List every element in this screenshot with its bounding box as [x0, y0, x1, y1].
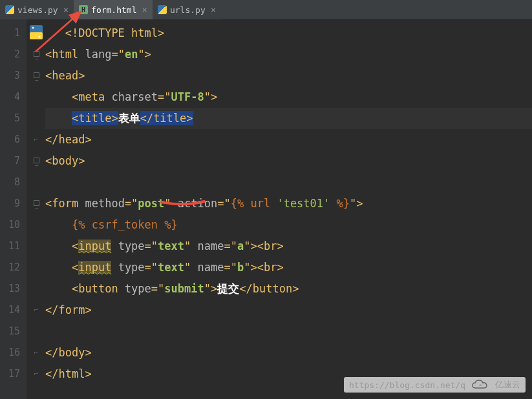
code-line [45, 172, 532, 193]
code-line: <html lang="en"> [45, 44, 532, 65]
line-number: 12 [0, 257, 27, 278]
code-line: </head> [45, 129, 532, 150]
fold-end-icon: ⌐ [27, 363, 45, 385]
close-icon[interactable]: × [142, 5, 147, 15]
fold-gutter: ⌐ ⌐ ⌐ ⌐ [27, 19, 45, 399]
code-line: <head> [45, 65, 532, 87]
tab-form-html[interactable]: form.html × [74, 0, 153, 19]
tab-label: urls.py [170, 5, 206, 15]
line-number: 13 [0, 278, 27, 300]
watermark-brand: 亿速云 [495, 379, 520, 391]
fold-icon[interactable] [27, 193, 45, 214]
html-icon [79, 5, 88, 14]
line-number: 6 [0, 129, 27, 150]
line-number: 14 [0, 300, 27, 321]
python-icon [5, 5, 14, 14]
code-line: <body> [45, 150, 532, 172]
fold-icon[interactable] [27, 65, 45, 87]
code-line: </body> [45, 342, 532, 363]
code-line [45, 321, 532, 342]
tab-urls-py[interactable]: urls.py × [153, 0, 221, 19]
line-number: 17 [0, 363, 27, 385]
line-number: 4 [0, 87, 27, 108]
code-area[interactable]: <!DOCTYPE html> <html lang="en"> <head> … [45, 19, 532, 399]
code-line: {% csrf_token %} [45, 214, 532, 236]
tab-label: views.py [17, 5, 58, 15]
code-line: <input type="text" name="a"><br> [45, 236, 532, 257]
code-line: <meta charset="UTF-8"> [45, 87, 532, 108]
python-icon [158, 5, 167, 14]
line-number: 16 [0, 342, 27, 363]
svg-text:∞: ∞ [479, 383, 481, 387]
code-line-current: <title>表单</title> [45, 108, 532, 129]
cloud-icon: ∞ [471, 379, 490, 391]
editor-tabs: views.py × form.html × urls.py × [0, 0, 532, 19]
code-line: <button type="submit">提交</button> [45, 278, 532, 300]
close-icon[interactable]: × [63, 5, 69, 15]
line-number: 2 [0, 44, 27, 65]
fold-icon[interactable] [27, 44, 45, 65]
fold-end-icon: ⌐ [27, 342, 45, 363]
tab-label: form.html [91, 5, 136, 15]
watermark: https://blog.csdn.net/q ∞ 亿速云 [344, 377, 526, 393]
fold-end-icon: ⌐ [27, 300, 45, 321]
line-number: 8 [0, 172, 27, 193]
line-number: 11 [0, 236, 27, 257]
fold-end-icon: ⌐ [27, 129, 45, 150]
line-number: 15 [0, 321, 27, 342]
line-number: 7 [0, 150, 27, 172]
code-line: <input type="text" name="b"><br> [45, 257, 532, 278]
close-icon[interactable]: × [211, 5, 216, 15]
code-line: <!DOCTYPE html> [45, 23, 532, 44]
code-line: </form> [45, 300, 532, 321]
fold-icon[interactable] [27, 150, 45, 172]
line-numbers-gutter: 1 2 3 4 5 6 7 8 9 10 11 12 13 14 15 16 1… [0, 19, 27, 399]
code-editor[interactable]: 1 2 3 4 5 6 7 8 9 10 11 12 13 14 15 16 1… [0, 19, 532, 399]
line-number: 9 [0, 193, 27, 214]
tab-views-py[interactable]: views.py × [0, 0, 74, 19]
line-number: 3 [0, 65, 27, 87]
line-number: 5 [0, 108, 27, 129]
code-line: <form method="post" action="{% url 'test… [45, 193, 532, 214]
line-number: 10 [0, 214, 27, 236]
line-number: 1 [0, 23, 27, 44]
watermark-url: https://blog.csdn.net/q [349, 380, 465, 390]
